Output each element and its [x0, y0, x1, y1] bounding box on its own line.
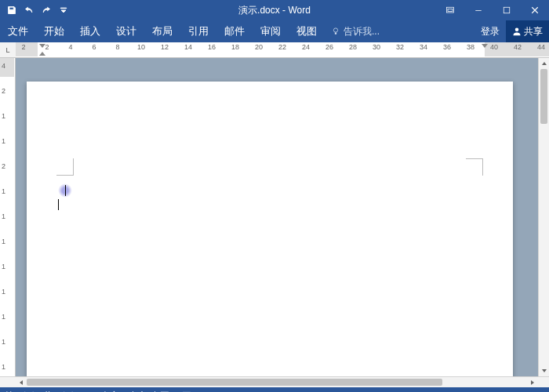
redo-button[interactable] [38, 2, 55, 19]
svg-rect-1 [448, 9, 453, 12]
share-button[interactable]: 共享 [506, 20, 549, 42]
ribbon-tabs: 文件 开始 插入 设计 布局 引用 邮件 审阅 视图 告诉我... 登录 共享 [0, 20, 549, 42]
margin-mark-top-right [466, 158, 483, 176]
right-indent[interactable] [482, 44, 488, 48]
print-layout-button[interactable] [382, 389, 399, 392]
save-button[interactable] [3, 2, 20, 19]
titlebar: 演示.docx - Word [0, 0, 549, 20]
tab-mailings[interactable]: 邮件 [216, 20, 253, 42]
vscroll-thumb[interactable] [540, 69, 547, 124]
maximize-button[interactable] [493, 0, 521, 20]
document-area: 4211211111111 [0, 58, 549, 376]
tab-insert[interactable]: 插入 [72, 20, 108, 42]
language-indicator[interactable]: 中文(中国) [129, 390, 173, 393]
page[interactable] [27, 82, 513, 376]
scroll-up-button[interactable] [539, 58, 549, 69]
horizontal-scrollbar-row [0, 376, 549, 387]
vertical-scrollbar[interactable] [538, 58, 549, 376]
close-button[interactable] [521, 0, 549, 20]
tab-review[interactable]: 审阅 [253, 20, 289, 42]
tab-view[interactable]: 视图 [289, 20, 325, 42]
horizontal-scrollbar[interactable] [16, 377, 538, 387]
svg-rect-5 [335, 33, 336, 34]
svg-point-4 [333, 28, 337, 32]
svg-rect-2 [475, 10, 482, 11]
tab-design[interactable]: 设计 [108, 20, 144, 42]
tell-me-label: 告诉我... [344, 25, 380, 38]
scroll-right-button[interactable] [527, 377, 538, 387]
undo-button[interactable] [20, 2, 38, 19]
window-title: 演示.docx - Word [238, 4, 311, 17]
tab-home[interactable]: 开始 [36, 20, 72, 42]
tab-selector[interactable]: L [0, 42, 16, 58]
word-count[interactable]: 254 个字 [82, 390, 119, 393]
tell-me-search[interactable]: 告诉我... [325, 20, 386, 42]
page-canvas[interactable] [16, 58, 538, 376]
horizontal-ruler[interactable]: 2246810121416182022242628303234363840424… [16, 42, 549, 58]
hscroll-thumb[interactable] [27, 379, 442, 386]
customize-qat-button[interactable] [55, 2, 72, 19]
text-caret [58, 199, 59, 210]
margin-mark-top-left [56, 158, 74, 176]
hanging-indent[interactable] [39, 52, 45, 56]
vertical-ruler[interactable]: 4211211111111 [0, 58, 16, 376]
statusbar: 第 1 页，共 8 页 254 个字 中文(中国) − + 100% [0, 387, 549, 392]
ruler-row: L 22468101214161820222426283032343638404… [0, 42, 549, 58]
text-cursor-indicator [58, 183, 72, 198]
ribbon-display-options-button[interactable] [436, 0, 464, 20]
bulb-icon [331, 27, 340, 36]
quick-access-toolbar [0, 2, 72, 19]
scroll-left-button[interactable] [16, 377, 27, 387]
tab-file[interactable]: 文件 [0, 20, 36, 42]
page-indicator[interactable]: 第 1 页，共 8 页 [5, 390, 73, 393]
hscroll-track[interactable] [27, 377, 527, 387]
signin-button[interactable]: 登录 [474, 20, 506, 42]
vscroll-track[interactable] [539, 69, 549, 365]
svg-rect-3 [504, 7, 510, 13]
tab-layout[interactable]: 布局 [144, 20, 180, 42]
svg-point-6 [515, 28, 519, 32]
tab-references[interactable]: 引用 [180, 20, 216, 42]
window-controls [436, 0, 549, 20]
person-icon [512, 27, 522, 36]
minimize-button[interactable] [464, 0, 493, 20]
scroll-down-button[interactable] [539, 365, 549, 376]
web-layout-button[interactable] [404, 389, 421, 392]
read-mode-button[interactable] [360, 389, 377, 392]
